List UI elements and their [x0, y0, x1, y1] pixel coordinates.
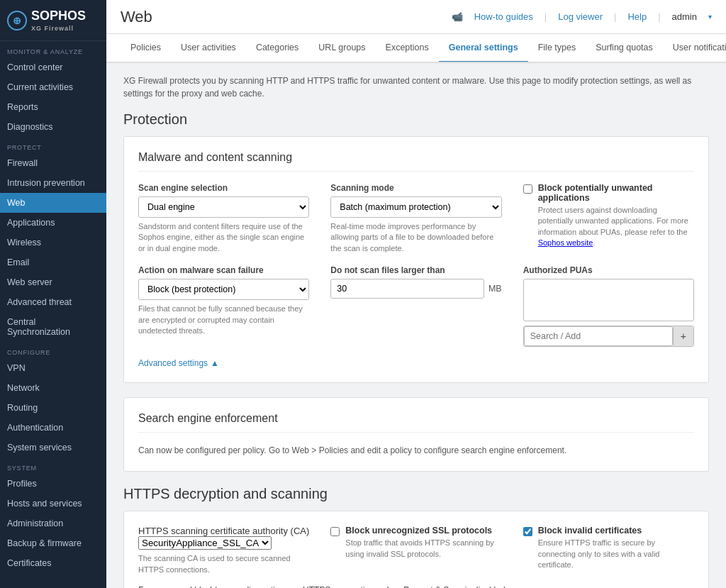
- sidebar-item-firewall[interactable]: Firewall: [0, 153, 106, 173]
- search-add-input[interactable]: [524, 326, 673, 346]
- sidebar-item-authentication[interactable]: Authentication: [0, 418, 106, 438]
- block-unrecognized-checkbox[interactable]: [330, 527, 340, 536]
- sidebar-item-current-activities[interactable]: Current activities: [0, 77, 106, 97]
- sidebar-section-label-system: SYSTEM: [0, 457, 106, 474]
- scan-engine-select[interactable]: Dual engine Single engine: [138, 196, 309, 218]
- do-not-scan-label: Do not scan files larger than: [330, 265, 501, 275]
- sidebar-item-backup-firmware[interactable]: Backup & firmware: [0, 533, 106, 553]
- page-content: XG Firewall protects you by scanning HTT…: [106, 63, 726, 588]
- add-pua-button[interactable]: +: [673, 326, 693, 346]
- https-ca-select[interactable]: SecurityAppliance_SSL_CA: [138, 536, 272, 550]
- scanning-mode-group: Scanning mode Batch (maximum protection)…: [330, 183, 501, 254]
- malware-card: Malware and content scanning Scan engine…: [123, 136, 709, 383]
- how-to-guides-link[interactable]: How-to guides: [474, 11, 533, 22]
- block-invalid-group: Block invalid certificates Ensure HTTPS …: [523, 526, 694, 570]
- https-ca-group: HTTPS scanning certificate authority (CA…: [138, 526, 309, 575]
- action-malware-select[interactable]: Block (best protection) Allow: [138, 279, 309, 300]
- sidebar-item-reports[interactable]: Reports: [0, 97, 106, 117]
- sidebar-item-diagnostics[interactable]: Diagnostics: [0, 117, 106, 137]
- scan-mode-row: Scan engine selection Dual engine Single…: [138, 183, 694, 254]
- sidebar: ⊕ SOPHOS XG Firewall MONITOR & ANALYZECo…: [0, 0, 106, 588]
- sidebar-item-control-center[interactable]: Control center: [0, 57, 106, 77]
- sidebar-item-system-services[interactable]: System services: [0, 438, 106, 457]
- https-section-title: HTTPS decryption and scanning: [123, 486, 709, 502]
- authorized-puas-label: Authorized PUAs: [523, 265, 694, 275]
- advanced-settings-label: Advanced settings: [138, 358, 208, 368]
- tab-bar: PoliciesUser activitiesCategoriesURL gro…: [106, 34, 726, 63]
- tab-file-types[interactable]: File types: [528, 34, 586, 63]
- globe-icon: ⊕: [7, 11, 27, 30]
- do-not-scan-input-row: MB: [330, 279, 501, 299]
- action-malware-hint: Files that cannot be fully scanned becau…: [138, 304, 309, 336]
- sidebar-item-network[interactable]: Network: [0, 378, 106, 398]
- block-invalid-checkbox[interactable]: [523, 527, 532, 536]
- sidebar-item-web[interactable]: Web: [0, 193, 106, 213]
- sidebar-logo: ⊕ SOPHOS XG Firewall: [0, 0, 106, 41]
- main-content: Web 📹 How-to guides | Log viewer | Help …: [106, 0, 726, 588]
- tab-categories[interactable]: Categories: [246, 34, 308, 63]
- tab-surfing-quotas[interactable]: Surfing quotas: [586, 34, 663, 63]
- https-ca-hint: The scanning CA is used to secure scanne…: [138, 553, 309, 575]
- sidebar-item-hosts-services[interactable]: Hosts and services: [0, 494, 106, 514]
- sidebar-item-certificates[interactable]: Certificates: [0, 553, 106, 573]
- topbar-actions: 📹 How-to guides | Log viewer | Help | ad…: [452, 11, 712, 22]
- tab-user-activities[interactable]: User activities: [171, 34, 246, 63]
- action-scan-row: Action on malware scan failure Block (be…: [138, 265, 694, 347]
- sidebar-item-web-server[interactable]: Web server: [0, 272, 106, 292]
- search-engine-desc: Can now be configured per policy. Go to …: [138, 444, 694, 457]
- log-viewer-link[interactable]: Log viewer: [558, 11, 603, 22]
- page-title: Web: [121, 8, 152, 26]
- https-card: HTTPS scanning certificate authority (CA…: [123, 511, 709, 588]
- block-pua-group: Block potentially unwanted applications …: [523, 183, 694, 249]
- sidebar-item-administration[interactable]: Administration: [0, 514, 106, 533]
- sidebar-item-wireless[interactable]: Wireless: [0, 233, 106, 253]
- https-row: HTTPS scanning certificate authority (CA…: [138, 526, 694, 575]
- block-unrecognized-label: Block unrecognized SSL protocols: [345, 526, 501, 536]
- action-malware-label: Action on malware scan failure: [138, 265, 309, 275]
- admin-menu[interactable]: admin: [672, 11, 697, 22]
- sidebar-item-routing[interactable]: Routing: [0, 398, 106, 418]
- sidebar-item-vpn[interactable]: VPN: [0, 358, 106, 378]
- search-engine-title: Search engine enforcement: [138, 412, 694, 433]
- block-pua-checkbox[interactable]: [523, 184, 532, 194]
- https-ca-label: HTTPS scanning certificate authority (CA…: [138, 526, 309, 536]
- sidebar-item-central-sync[interactable]: Central Synchronization: [0, 312, 106, 342]
- scan-engine-hint: Sandstorm and content filters require us…: [138, 221, 309, 254]
- block-invalid-checkbox-group: Block invalid certificates Ensure HTTPS …: [523, 526, 694, 570]
- block-invalid-label: Block invalid certificates: [538, 526, 694, 536]
- sophos-website-link[interactable]: Sophos website: [538, 238, 593, 247]
- tab-policies[interactable]: Policies: [121, 34, 171, 63]
- advanced-settings-toggle[interactable]: Advanced settings ▲: [138, 358, 694, 368]
- block-pua-label: Block potentially unwanted applications: [538, 183, 694, 203]
- do-not-scan-input[interactable]: [330, 279, 484, 299]
- https-radio-section: For errors and block/warn policy actions…: [138, 585, 694, 588]
- scanning-mode-select[interactable]: Batch (maximum protection) Real-time mod…: [330, 196, 501, 218]
- camera-icon: 📹: [452, 11, 463, 22]
- sophos-wordmark: SOPHOS: [31, 9, 86, 23]
- sidebar-section-label-configure: CONFIGURE: [0, 342, 106, 358]
- sidebar-item-email[interactable]: Email: [0, 253, 106, 272]
- sophos-sub: XG Firewall: [31, 25, 86, 32]
- authorized-puas-group: Authorized PUAs +: [523, 265, 694, 347]
- search-add-row: +: [523, 326, 694, 347]
- protection-section-title: Protection: [123, 111, 709, 128]
- tab-general-settings[interactable]: General settings: [439, 34, 528, 63]
- admin-chevron-icon[interactable]: ▾: [708, 13, 712, 21]
- help-link[interactable]: Help: [627, 11, 647, 22]
- tab-exceptions[interactable]: Exceptions: [376, 34, 439, 63]
- tab-user-notifications[interactable]: User notifications: [663, 34, 726, 63]
- block-pua-checkbox-group: Block potentially unwanted applications …: [523, 183, 694, 249]
- tab-url-groups[interactable]: URL groups: [308, 34, 375, 63]
- sidebar-section-label-protect: PROTECT: [0, 137, 106, 153]
- action-malware-group: Action on malware scan failure Block (be…: [138, 265, 309, 336]
- block-unrecognized-group: Block unrecognized SSL protocols Stop tr…: [330, 526, 501, 560]
- sidebar-item-profiles[interactable]: Profiles: [0, 474, 106, 494]
- sidebar-item-advanced-threat[interactable]: Advanced threat: [0, 292, 106, 312]
- advanced-chevron-icon: ▲: [211, 358, 219, 368]
- sidebar-item-intrusion-prevention[interactable]: Intrusion prevention: [0, 173, 106, 193]
- pua-list-box: [523, 279, 694, 321]
- scan-engine-label: Scan engine selection: [138, 183, 309, 193]
- sidebar-item-applications[interactable]: Applications: [0, 213, 106, 233]
- do-not-scan-group: Do not scan files larger than MB: [330, 265, 501, 299]
- search-engine-card: Search engine enforcement Can now be con…: [123, 397, 709, 472]
